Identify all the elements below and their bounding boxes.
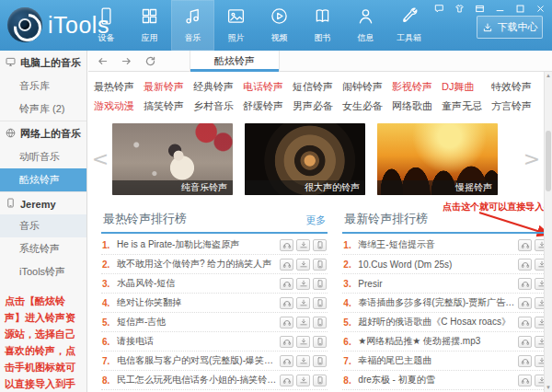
listen-button[interactable] <box>280 259 293 271</box>
ringtone-title[interactable]: 请接电话 <box>117 335 280 348</box>
sidebar-item[interactable]: 音乐库 <box>0 75 86 98</box>
skin-icon[interactable] <box>454 4 466 14</box>
category-link[interactable]: 方言铃声 <box>491 97 541 116</box>
download-button[interactable] <box>535 336 544 348</box>
sidebar-group-header[interactable]: Jeremy <box>0 192 86 214</box>
download-button[interactable] <box>296 317 310 329</box>
listen-button[interactable] <box>518 239 532 251</box>
category-link[interactable]: 女生必备 <box>342 97 392 116</box>
sidebar-item[interactable]: 动听音乐 <box>0 145 86 168</box>
carousel-next-icon[interactable]: > <box>520 123 544 195</box>
hot-more-link[interactable]: 更多 <box>305 213 326 227</box>
import-to-phone-button[interactable] <box>313 375 327 386</box>
listen-button[interactable] <box>518 278 532 290</box>
sidebar-group-header[interactable]: 网络上的音乐 <box>0 121 86 145</box>
ringtone-title[interactable]: 海绵王-短信提示音 <box>358 238 518 251</box>
listen-button[interactable] <box>518 355 532 367</box>
category-link[interactable]: DJ舞曲 <box>442 77 491 97</box>
category-link[interactable]: 闹钟铃声 <box>342 77 392 97</box>
import-to-phone-button[interactable] <box>313 355 327 367</box>
download-button[interactable] <box>535 259 544 271</box>
forward-button[interactable] <box>116 51 136 71</box>
sidebar-item[interactable]: 音乐 <box>0 214 86 237</box>
category-link[interactable]: 童声无忌 <box>442 97 491 116</box>
nav-item-3[interactable]: 音乐 <box>171 0 214 51</box>
nav-item-8[interactable]: 工具箱 <box>387 0 431 51</box>
listen-button[interactable] <box>518 375 532 386</box>
ringtone-title[interactable]: 短信声-吉他 <box>117 316 280 329</box>
ringtone-title[interactable]: 绝对让你笑翻掉 <box>117 296 280 309</box>
ringtone-title[interactable]: 泰语插曲多莎多得(完整版)-贾斯广告… <box>358 296 518 309</box>
ringtone-title[interactable]: 幸福的尾巴主题曲 <box>358 354 518 367</box>
scrollbar-thumb[interactable] <box>546 131 551 191</box>
ringtone-title[interactable]: dre东极 - 初夏的雪 <box>358 374 518 386</box>
nav-item-7[interactable]: 信息 <box>344 0 387 51</box>
ringtone-title[interactable]: 民工怎么玩死电信话务小姐的-搞笑铃… <box>117 374 280 386</box>
download-button[interactable] <box>535 355 544 367</box>
listen-button[interactable] <box>518 297 532 309</box>
nav-item-5[interactable]: 视频 <box>258 0 301 51</box>
refresh-button[interactable] <box>140 51 160 71</box>
import-to-phone-button[interactable] <box>313 297 327 309</box>
category-link[interactable]: 影视铃声 <box>392 77 442 97</box>
download-button[interactable] <box>535 317 544 329</box>
nav-item-6[interactable]: 图书 <box>301 0 344 51</box>
main-menu-icon[interactable] <box>474 4 486 14</box>
listen-button[interactable] <box>518 259 532 271</box>
sidebar-item[interactable]: 酷炫铃声 <box>0 168 86 191</box>
vertical-scrollbar[interactable]: ▲ ▼ <box>544 72 552 392</box>
nav-item-4[interactable]: 照片 <box>214 0 258 51</box>
sidebar-group-header[interactable]: 电脑上的音乐 <box>0 51 86 75</box>
download-button[interactable] <box>296 375 310 386</box>
import-to-phone-button[interactable] <box>313 317 327 329</box>
ringtone-title[interactable]: Presir <box>358 279 518 289</box>
ringtone-title[interactable]: 电信客服与客户的对骂(完整版)-爆笑… <box>117 354 280 367</box>
listen-button[interactable] <box>280 297 293 309</box>
category-link[interactable]: 最热铃声 <box>94 77 144 97</box>
sidebar-item[interactable]: 铃声库 (2) <box>0 98 86 121</box>
category-link[interactable]: 电话铃声 <box>243 77 293 97</box>
category-link[interactable]: 搞笑铃声 <box>144 97 193 116</box>
ringtone-title[interactable]: 超好听的俄语歌曲《C Hosax roacs》 <box>358 316 518 329</box>
import-to-phone-button[interactable] <box>313 278 327 290</box>
download-center-button[interactable]: 下载中心 <box>477 16 543 39</box>
category-link[interactable]: 网络歌曲 <box>392 97 442 116</box>
category-link[interactable]: 游戏动漫 <box>94 97 144 116</box>
category-link[interactable]: 乡村音乐 <box>193 97 243 116</box>
banner-1[interactable]: 纯音乐铃声 <box>112 123 233 195</box>
scroll-up-icon[interactable]: ▲ <box>545 72 552 80</box>
listen-button[interactable] <box>280 336 293 348</box>
listen-button[interactable] <box>518 336 532 348</box>
ringtone-title[interactable]: 10.Cus Word (Dm 25s) <box>358 259 518 270</box>
banner-3[interactable]: 慢摇铃声 <box>377 123 498 195</box>
download-button[interactable] <box>535 278 544 290</box>
carousel-prev-icon[interactable]: < <box>88 123 112 195</box>
listen-button[interactable] <box>280 355 293 367</box>
nav-item-1[interactable]: 设备 <box>85 0 128 51</box>
import-to-phone-button[interactable] <box>313 336 327 348</box>
download-button[interactable] <box>535 297 544 309</box>
listen-button[interactable] <box>518 317 532 329</box>
category-link[interactable]: 舒缓铃声 <box>243 97 293 116</box>
sidebar-item[interactable]: 系统铃声 <box>0 237 86 260</box>
ringtone-title[interactable]: ★网络精品推★ 使劲摇摆.mp3 <box>358 335 518 348</box>
ringtone-title[interactable]: 水晶风铃-短信 <box>117 277 280 290</box>
listen-button[interactable] <box>280 375 293 386</box>
category-link[interactable]: 短信铃声 <box>293 77 342 97</box>
category-link[interactable]: 经典铃声 <box>193 77 243 97</box>
back-button[interactable] <box>92 51 112 71</box>
category-link[interactable]: 男声必备 <box>293 97 342 116</box>
minimize-icon[interactable] <box>494 4 506 14</box>
download-button[interactable] <box>296 259 310 271</box>
maximize-icon[interactable] <box>514 4 526 14</box>
import-to-phone-button[interactable] <box>313 259 327 271</box>
download-button[interactable] <box>296 355 310 367</box>
ringtone-title[interactable]: 敢不敢用这个做铃声? 给力的搞笑人声 <box>117 258 280 271</box>
category-link[interactable]: 特效铃声 <box>491 77 541 97</box>
category-link[interactable]: 最新铃声 <box>144 77 193 97</box>
import-to-phone-button[interactable] <box>313 239 327 251</box>
listen-button[interactable] <box>280 239 293 251</box>
download-button[interactable] <box>296 297 310 309</box>
ringtone-title[interactable]: He is a Pirate-加勒比海盗原声 <box>117 238 280 251</box>
nav-item-2[interactable]: 应用 <box>128 0 171 51</box>
